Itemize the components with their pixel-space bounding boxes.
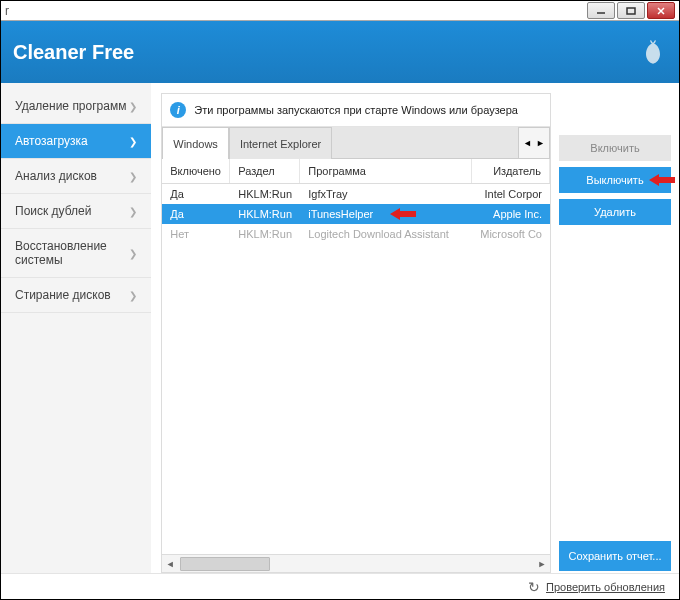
arrow-left-icon: ◄ <box>523 138 532 148</box>
sidebar: Удаление программ❯ Автозагрузка❯ Анализ … <box>1 83 151 573</box>
pear-logo-icon <box>639 38 667 66</box>
enable-button: Включить <box>559 135 671 161</box>
refresh-icon: ↻ <box>528 579 540 595</box>
sidebar-item-wipe[interactable]: Стирание дисков❯ <box>1 278 151 313</box>
button-label: Удалить <box>594 206 636 218</box>
cell-section: HKLM:Run <box>230 204 300 224</box>
delete-button[interactable]: Удалить <box>559 199 671 225</box>
tab-scroll-buttons[interactable]: ◄► <box>518 127 550 159</box>
info-icon: i <box>170 102 186 118</box>
col-publisher[interactable]: Издатель <box>472 159 550 183</box>
app-title: Cleaner Free <box>13 41 134 64</box>
scroll-left-icon[interactable]: ◄ <box>162 559 178 569</box>
arrow-right-icon: ► <box>536 138 545 148</box>
col-program[interactable]: Программа <box>300 159 472 183</box>
info-bar: i Эти программы запускаются при старте W… <box>162 94 550 127</box>
chevron-right-icon: ❯ <box>129 136 137 147</box>
sidebar-item-label: Анализ дисков <box>15 169 97 183</box>
sidebar-item-duplicates[interactable]: Поиск дублей❯ <box>1 194 151 229</box>
chevron-right-icon: ❯ <box>129 248 137 259</box>
button-label: Выключить <box>586 174 643 186</box>
info-text: Эти программы запускаются при старте Win… <box>194 104 518 116</box>
table-body: Да HKLM:Run IgfxTray Intel Corpor Да HKL… <box>162 184 550 554</box>
cell-publisher: Apple Inc. <box>472 204 550 224</box>
sidebar-item-label: Поиск дублей <box>15 204 91 218</box>
title-remnant: r <box>5 4 9 18</box>
window-titlebar: r <box>1 1 679 21</box>
scroll-thumb[interactable] <box>180 557 270 571</box>
svg-rect-1 <box>627 8 635 14</box>
svg-marker-5 <box>649 174 675 186</box>
sidebar-item-label: Восстановление системы <box>15 239 129 267</box>
check-updates-link[interactable]: Проверить обновления <box>546 581 665 593</box>
table-row[interactable]: Да HKLM:Run IgfxTray Intel Corpor <box>162 184 550 204</box>
cell-program: IgfxTray <box>300 184 472 204</box>
cell-program: Logitech Download Assistant <box>300 224 472 244</box>
table-row[interactable]: Нет HKLM:Run Logitech Download Assistant… <box>162 224 550 244</box>
cell-enabled: Нет <box>162 224 230 244</box>
table-row[interactable]: Да HKLM:Run iTunesHelper Apple Inc. <box>162 204 550 224</box>
tab-windows[interactable]: Windows <box>162 127 229 159</box>
sidebar-item-label: Удаление программ <box>15 99 126 113</box>
sidebar-item-startup[interactable]: Автозагрузка❯ <box>1 124 151 159</box>
col-enabled[interactable]: Включено <box>162 159 230 183</box>
startup-table: Включено Раздел Программа Издатель Да HK… <box>162 159 550 572</box>
sidebar-item-label: Стирание дисков <box>15 288 111 302</box>
minimize-button[interactable] <box>587 2 615 19</box>
horizontal-scrollbar[interactable]: ◄ ► <box>162 554 550 572</box>
cell-enabled: Да <box>162 204 230 224</box>
save-report-button[interactable]: Сохранить отчет... <box>559 541 671 571</box>
window-controls <box>587 2 675 19</box>
annotation-arrow-icon <box>390 206 416 222</box>
sidebar-item-uninstall[interactable]: Удаление программ❯ <box>1 89 151 124</box>
annotation-arrow-icon <box>649 172 675 188</box>
close-button[interactable] <box>647 2 675 19</box>
chevron-right-icon: ❯ <box>129 171 137 182</box>
table-header: Включено Раздел Программа Издатель <box>162 159 550 184</box>
tab-label: Internet Explorer <box>240 138 321 150</box>
action-panel: Включить Выключить Удалить Сохранить отч… <box>559 93 671 573</box>
col-section[interactable]: Раздел <box>230 159 300 183</box>
button-label: Сохранить отчет... <box>568 550 661 562</box>
sidebar-item-disk-analysis[interactable]: Анализ дисков❯ <box>1 159 151 194</box>
chevron-right-icon: ❯ <box>129 290 137 301</box>
cell-program: iTunesHelper <box>300 204 472 224</box>
maximize-button[interactable] <box>617 2 645 19</box>
tab-ie[interactable]: Internet Explorer <box>229 127 332 159</box>
cell-enabled: Да <box>162 184 230 204</box>
app-header: Cleaner Free <box>1 21 679 83</box>
tabs-row: Windows Internet Explorer ◄► <box>162 127 550 159</box>
cell-section: HKLM:Run <box>230 224 300 244</box>
center-panel: i Эти программы запускаются при старте W… <box>161 93 551 573</box>
sidebar-item-label: Автозагрузка <box>15 134 88 148</box>
footer: ↻ Проверить обновления <box>1 573 679 599</box>
sidebar-item-restore[interactable]: Восстановление системы❯ <box>1 229 151 278</box>
button-label: Включить <box>590 142 639 154</box>
chevron-right-icon: ❯ <box>129 206 137 217</box>
cell-publisher: Microsoft Co <box>472 224 550 244</box>
cell-publisher: Intel Corpor <box>472 184 550 204</box>
svg-marker-4 <box>390 208 416 220</box>
chevron-right-icon: ❯ <box>129 101 137 112</box>
scroll-right-icon[interactable]: ► <box>534 559 550 569</box>
cell-section: HKLM:Run <box>230 184 300 204</box>
tab-label: Windows <box>173 138 218 150</box>
